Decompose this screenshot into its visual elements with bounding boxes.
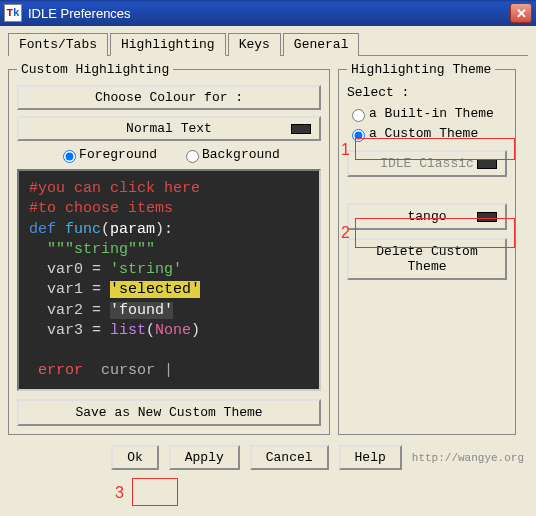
button-bar: Ok Apply Cancel Help http://wangye.org (8, 445, 528, 470)
custom-theme-value: tango (407, 209, 446, 224)
chevron-down-icon (291, 124, 311, 134)
foreground-radio[interactable]: Foreground (58, 147, 157, 162)
tab-general[interactable]: General (283, 33, 360, 56)
background-radio[interactable]: Background (181, 147, 280, 162)
builtin-theme-value: IDLE Classic (380, 156, 474, 171)
window-title: IDLE Preferences (28, 6, 131, 21)
footer-link: http://wangye.org (412, 452, 524, 464)
custom-highlighting-group: Custom Highlighting Choose Colour for : … (8, 62, 330, 435)
chevron-down-icon (477, 159, 497, 169)
app-icon: Tk (4, 4, 22, 22)
callout-2: 2 (341, 224, 350, 242)
highlighting-theme-legend: Highlighting Theme (347, 62, 495, 77)
apply-button[interactable]: Apply (169, 445, 240, 470)
close-button[interactable]: ✕ (510, 3, 532, 23)
highlighting-theme-group: Highlighting Theme Select : a Built-in T… (338, 62, 516, 435)
preview-code[interactable]: #you can click here #to choose items def… (17, 169, 321, 391)
custom-highlighting-legend: Custom Highlighting (17, 62, 173, 77)
help-button[interactable]: Help (339, 445, 402, 470)
element-select-button[interactable]: Normal Text (17, 116, 321, 141)
tab-fonts[interactable]: Fonts/Tabs (8, 33, 108, 56)
chevron-down-icon (477, 212, 497, 222)
callout-3: 3 (115, 484, 124, 502)
custom-theme-combo[interactable]: tango (347, 203, 507, 230)
select-label: Select : (347, 85, 507, 100)
cancel-button[interactable]: Cancel (250, 445, 329, 470)
delete-custom-theme-button[interactable]: Delete Custom Theme (347, 238, 507, 280)
element-select-label: Normal Text (126, 121, 212, 136)
custom-theme-radio[interactable]: a Custom Theme (347, 126, 507, 142)
callout-box-3 (132, 478, 178, 506)
titlebar: Tk IDLE Preferences ✕ (0, 0, 536, 26)
save-custom-theme-button[interactable]: Save as New Custom Theme (17, 399, 321, 426)
choose-colour-button[interactable]: Choose Colour for : (17, 85, 321, 110)
ok-button[interactable]: Ok (111, 445, 159, 470)
tab-highlighting[interactable]: Highlighting (110, 33, 226, 56)
tab-keys[interactable]: Keys (228, 33, 281, 56)
builtin-theme-combo: IDLE Classic (347, 150, 507, 177)
builtin-theme-radio[interactable]: a Built-in Theme (347, 106, 507, 122)
tab-bar: Fonts/Tabs Highlighting Keys General (8, 32, 528, 56)
callout-1: 1 (341, 141, 350, 159)
choose-colour-label: Choose Colour for : (95, 90, 243, 105)
fg-bg-radio-group: Foreground Background (17, 147, 321, 163)
